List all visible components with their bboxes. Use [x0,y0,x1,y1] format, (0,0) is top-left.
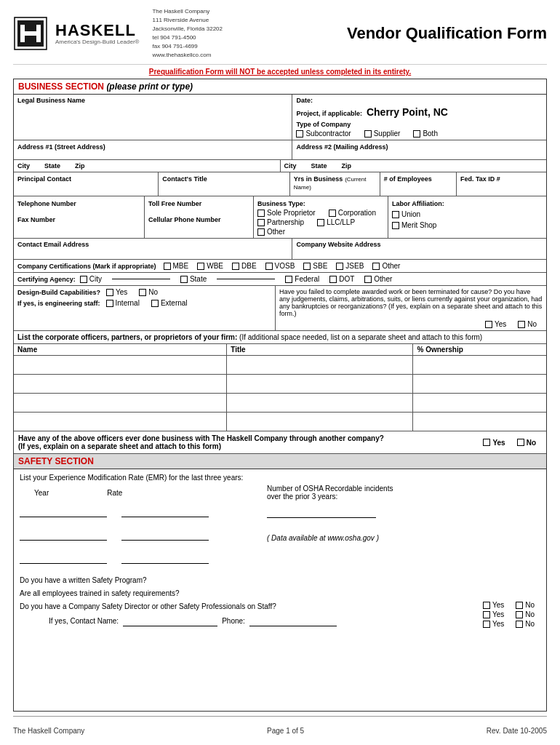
principal-contact-cell: Principal Contact [14,172,159,196]
biz-checks-row1: Sole Proprietor Corporation [257,209,384,217]
subcontractor-checkbox[interactable]: Subcontractor [296,130,351,138]
llc-label: LLC/LLP [327,218,355,226]
phone-field[interactable] [249,616,337,626]
design-no-label: No [527,320,537,328]
federal-ca-label: Federal [295,275,319,283]
emr-label: List your Experience Modification Rate (… [20,474,540,482]
officer-name-2[interactable] [14,394,227,413]
principal-contact-label: Principal Contact [17,175,71,183]
mbe-checkbox[interactable]: MBE [164,262,189,270]
officer-title-1[interactable] [227,375,413,394]
no-db-checkbox[interactable]: No [139,288,158,296]
officer-title-3[interactable] [227,413,413,431]
vosb-checkbox[interactable]: VOSB [265,262,295,270]
website-label: Company Website Address [296,241,543,248]
supplier-cb-box [364,130,372,138]
q1-no-checkbox[interactable]: No [516,601,535,609]
sbe-checkbox[interactable]: SBE [303,262,327,270]
osha-value-field[interactable] [267,508,376,518]
jseb-checkbox[interactable]: JSEB [336,262,364,270]
wbe-checkbox[interactable]: WBE [197,262,223,270]
yes-db-checkbox[interactable]: Yes [106,288,127,296]
officer-title-2[interactable] [227,394,413,413]
page-header: HASKELL America's Design-Build Leader® T… [13,7,547,65]
dot-ca-checkbox[interactable]: DOT [329,275,354,283]
year-field-1[interactable] [20,507,107,517]
officer-name-3[interactable] [14,413,227,431]
supplier-checkbox[interactable]: Supplier [364,130,401,138]
officer-name-0[interactable] [14,356,227,375]
contact-tel: tel 904 791-4500 [152,33,223,42]
subcontractor-label: Subcontractor [305,130,351,138]
llc-checkbox[interactable]: LLC/LLP [317,218,355,226]
q2-yes-checkbox[interactable]: Yes [483,610,504,618]
design-no-checkbox[interactable]: No [518,320,537,328]
officer-ownership-2[interactable] [413,394,546,413]
rate-field-1[interactable] [121,507,209,517]
both-checkbox[interactable]: Both [413,130,438,138]
legal-name-cell: Legal Business Name [14,95,292,140]
officer-name-1[interactable] [14,375,227,394]
no-db-label: No [148,288,158,296]
officer-ownership-1[interactable] [413,375,546,394]
dbe-label: DBE [241,262,257,270]
year-rate-headers: Year Rate [20,489,252,497]
corporation-checkbox[interactable]: Corporation [329,209,376,217]
q3-no-checkbox[interactable]: No [516,620,535,628]
rate-field-2[interactable] [121,530,209,541]
biz-checks-row3: Other [257,228,384,236]
city-ca-field[interactable] [112,279,170,279]
safety-q4-label: If yes, Contact Name: [49,615,119,628]
partnership-checkbox[interactable]: Partnership [257,218,304,226]
certifying-agency-row: Certifying Agency: City State Federal DO… [14,273,546,286]
other-cert-checkbox[interactable]: Other [372,262,400,270]
question-row: Have any of the above officers ever done… [14,431,546,454]
city-right-label: City [284,162,297,170]
other-cert-label: Other [382,262,400,270]
address2-label: Address #2 (Mailing Address) [296,143,388,151]
design-right: Have you failed to complete awarded work… [276,286,546,330]
q1-no-label: No [525,601,535,609]
city-ca-checkbox[interactable]: City [80,275,102,283]
tollfree-cellular-group: Toll Free Number Cellular Phone Number [145,196,254,238]
merit-shop-label: Merit Shop [401,221,436,229]
merit-shop-checkbox[interactable]: Merit Shop [392,221,537,229]
logo-area: HASKELL America's Design-Build Leader® T… [13,7,223,60]
officer-ownership-0[interactable] [413,356,546,375]
col-name-header: Name [14,344,227,356]
dbe-checkbox[interactable]: DBE [232,262,257,270]
other-biz-checkbox[interactable]: Other [257,228,285,236]
officer-ownership-3[interactable] [413,413,546,431]
page-footer: The Haskell Company Page 1 of 5 Rev. Dat… [13,721,547,738]
q2-no-checkbox[interactable]: No [516,610,535,618]
officer-title-0[interactable] [227,356,413,375]
year-field-3[interactable] [20,554,107,564]
emr-section: Year Rate [20,485,540,568]
contact-name-field[interactable] [123,616,217,626]
design-yes-checkbox[interactable]: Yes [485,320,506,328]
safety-q2: Are all employees trained in safety requ… [20,587,337,600]
federal-ca-checkbox[interactable]: Federal [285,275,319,283]
union-checkbox[interactable]: Union [392,210,537,218]
question-yes-checkbox[interactable]: Yes [483,439,505,447]
address1-label: Address #1 (Street Address) [17,143,105,151]
q3-yes-checkbox[interactable]: Yes [483,620,504,628]
state-ca-checkbox[interactable]: State [180,275,207,283]
sole-prop-checkbox[interactable]: Sole Proprietor [257,209,316,217]
other-ca-checkbox[interactable]: Other [364,275,392,283]
corporation-label: Corporation [338,209,376,217]
cellular-block: Cellular Phone Number [148,215,249,223]
question-yesno: Yes No [483,439,542,447]
question-no-checkbox[interactable]: No [517,439,536,447]
state-ca-field[interactable] [217,279,275,279]
biz-type-checkboxes: Sole Proprietor Corporation Partnership [257,209,384,236]
internal-checkbox[interactable]: Internal [106,299,140,307]
partnership-label: Partnership [267,218,304,226]
year-field-2[interactable] [20,530,107,541]
external-checkbox[interactable]: External [151,299,188,307]
emr-right: Number of OSHA Recordable incidents over… [267,485,540,568]
q1-yes-checkbox[interactable]: Yes [483,601,504,609]
biz-checks-row2: Partnership LLC/LLP [257,218,384,226]
rate-field-3[interactable] [121,554,209,564]
eng-staff-line: If yes, is engineering staff: Internal E… [17,299,271,307]
